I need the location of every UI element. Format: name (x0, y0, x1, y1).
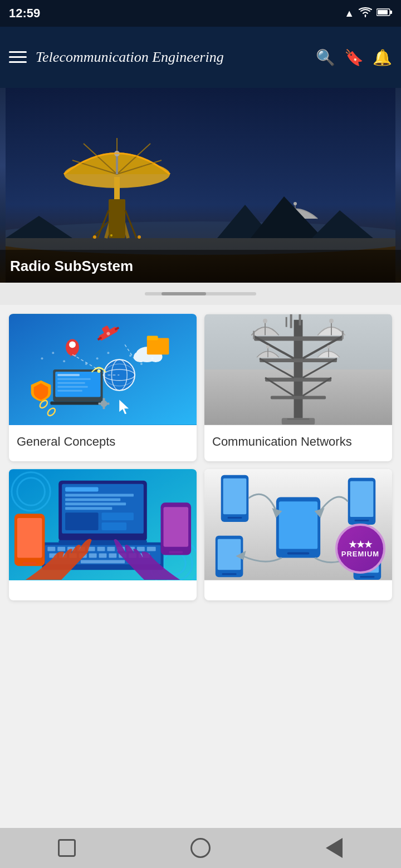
signal-icon: ▲ (344, 8, 354, 19)
bottom-navigation (0, 828, 401, 868)
svg-rect-64 (103, 398, 105, 401)
svg-point-24 (41, 357, 43, 359)
card-general-image (9, 314, 197, 425)
status-time: 12:59 (9, 6, 40, 21)
header-actions: 🔍 🔖 🔔 (316, 48, 392, 67)
card-general-concepts[interactable]: General Concepts (9, 314, 197, 461)
scroll-track (145, 292, 256, 295)
status-icons: ▲ (344, 7, 392, 20)
scroll-indicator (0, 283, 401, 305)
svg-rect-119 (47, 546, 55, 551)
hamburger-button[interactable] (9, 51, 27, 63)
svg-rect-124 (97, 546, 105, 551)
svg-rect-75 (254, 337, 343, 341)
svg-point-20 (93, 235, 96, 239)
svg-rect-77 (265, 378, 331, 382)
laptop-card-label (9, 580, 197, 600)
svg-point-90 (266, 345, 270, 348)
hero-label: Radio SubSystem (0, 250, 401, 283)
svg-rect-153 (228, 517, 242, 519)
svg-rect-146 (169, 551, 183, 553)
svg-rect-67 (106, 402, 109, 405)
svg-rect-2 (390, 11, 392, 14)
general-concepts-label: General Concepts (9, 425, 197, 461)
svg-rect-96 (253, 331, 255, 339)
svg-rect-95 (286, 317, 287, 327)
svg-rect-66 (99, 402, 101, 405)
svg-rect-145 (164, 507, 189, 546)
nav-back-button[interactable] (50, 831, 84, 865)
svg-rect-150 (287, 552, 310, 554)
nav-recent-button[interactable] (317, 831, 351, 865)
battery-icon (376, 8, 392, 19)
svg-rect-149 (279, 501, 317, 549)
svg-rect-140 (81, 560, 125, 563)
svg-point-88 (329, 319, 334, 323)
svg-rect-93 (290, 314, 292, 328)
svg-rect-129 (147, 546, 156, 551)
svg-rect-155 (350, 481, 374, 516)
svg-point-33 (140, 363, 143, 365)
svg-rect-111 (65, 502, 126, 505)
svg-rect-74 (294, 320, 303, 419)
svg-rect-159 (222, 573, 237, 575)
svg-rect-46 (57, 378, 90, 380)
svg-point-92 (327, 345, 330, 348)
svg-rect-76 (260, 358, 337, 362)
svg-rect-94 (299, 314, 301, 326)
svg-rect-47 (57, 382, 85, 384)
svg-point-29 (96, 357, 99, 359)
header-left: Telecommunication Engineering (9, 48, 224, 67)
svg-rect-45 (57, 374, 80, 376)
card-communication-networks[interactable]: Communication Networks (204, 314, 392, 461)
card-laptop-image (9, 469, 197, 580)
svg-rect-136 (109, 553, 116, 558)
card-networks-image (204, 314, 392, 425)
search-button[interactable]: 🔍 (316, 48, 335, 67)
svg-rect-125 (107, 546, 115, 551)
svg-rect-59 (147, 338, 169, 355)
networks-svg (204, 314, 392, 425)
svg-rect-97 (342, 331, 344, 339)
svg-point-26 (63, 360, 65, 362)
general-svg (9, 314, 197, 425)
svg-rect-50 (50, 401, 105, 405)
hero-card[interactable]: Radio SubSystem (0, 88, 401, 283)
svg-rect-143 (23, 562, 37, 564)
bookmark-button[interactable]: 🔖 (344, 48, 364, 67)
svg-rect-120 (57, 546, 65, 551)
nav-home-button[interactable] (184, 831, 217, 865)
premium-badge: ★★★ PREMIUM (335, 524, 385, 574)
svg-rect-14 (109, 199, 125, 238)
laptop-svg (9, 469, 197, 580)
card-laptop[interactable] (9, 469, 197, 600)
svg-rect-65 (103, 406, 105, 409)
square-icon (58, 839, 76, 857)
wifi-icon (359, 7, 372, 20)
cards-grid: General Concepts (9, 314, 392, 600)
categories-section: General Concepts (0, 305, 401, 609)
scroll-thumb (162, 292, 206, 295)
svg-rect-142 (17, 518, 42, 558)
svg-point-21 (138, 235, 141, 239)
card-premium[interactable]: ★★★ PREMIUM (204, 469, 392, 600)
svg-point-37 (69, 341, 76, 348)
svg-rect-78 (271, 396, 326, 400)
svg-point-19 (294, 202, 297, 205)
svg-point-86 (263, 319, 267, 323)
svg-point-0 (365, 14, 366, 16)
svg-point-56 (134, 351, 147, 362)
svg-point-63 (101, 401, 107, 407)
svg-rect-156 (355, 520, 369, 521)
svg-rect-48 (57, 386, 88, 388)
svg-rect-162 (360, 576, 375, 578)
card-premium-image: ★★★ PREMIUM (204, 469, 392, 580)
svg-point-30 (107, 352, 109, 354)
notification-button[interactable]: 🔔 (373, 48, 392, 67)
communication-networks-label: Communication Networks (204, 425, 392, 461)
svg-rect-134 (89, 553, 97, 558)
premium-card-label (204, 580, 392, 600)
svg-rect-3 (378, 10, 388, 14)
svg-rect-115 (102, 522, 127, 530)
svg-rect-109 (65, 494, 134, 496)
